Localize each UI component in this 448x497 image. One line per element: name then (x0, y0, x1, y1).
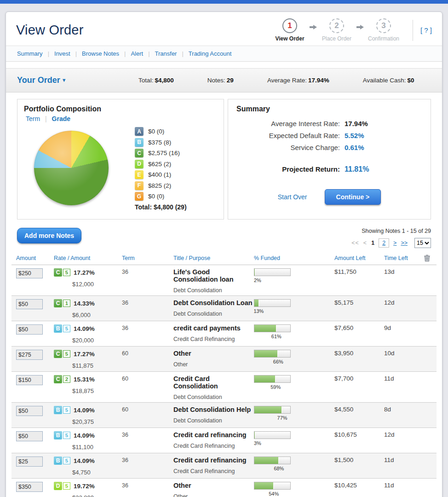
grade-badge: C (54, 350, 62, 358)
interest-rate: 14.09% (74, 407, 95, 414)
service-charge-row: Service Charge: 0.61% (236, 144, 422, 151)
nav-summary[interactable]: Summary (17, 50, 43, 57)
note-amount-input[interactable] (16, 457, 43, 467)
time-left-value: 10d (384, 350, 417, 370)
col-funded[interactable]: % Funded (254, 255, 334, 261)
term-months: 36 (122, 482, 173, 497)
note-title-link[interactable]: Debt Consolidation Help (173, 406, 254, 413)
subgrade-badge: 5 (63, 269, 70, 276)
note-purpose: Other (173, 361, 254, 368)
interest-rate: 15.31% (74, 376, 95, 383)
tab-term[interactable]: Term (26, 115, 40, 122)
term-months: 60 (122, 375, 173, 400)
tab-grade[interactable]: Grade (52, 115, 70, 122)
continue-button[interactable]: Continue > (325, 189, 381, 205)
funded-progress-bar (254, 406, 291, 414)
funded-progress-fill (254, 406, 282, 413)
note-amount-input[interactable] (16, 431, 43, 441)
note-title-link[interactable]: Credit card refinancing (173, 457, 254, 464)
funded-progress-fill (254, 432, 255, 439)
your-order-toggle[interactable]: Your Order▼ (17, 75, 67, 85)
note-amount-input[interactable] (16, 406, 43, 416)
step-arrow-icon (356, 24, 364, 31)
nav-invest[interactable]: Invest (54, 50, 70, 57)
grade-badge: B (54, 457, 62, 465)
page-size-select[interactable]: 15 (414, 238, 431, 248)
table-row: D 5 19.72% $22,800 36 Other Other 54% $1… (11, 479, 437, 497)
legend-value: $400 (1) (148, 171, 171, 178)
note-title-link[interactable]: credit card payments (173, 324, 254, 332)
legend-value: $375 (8) (148, 139, 171, 146)
delete-all-trash-icon[interactable] (417, 254, 437, 262)
note-amount-input[interactable] (16, 350, 43, 360)
legend-item: F$825 (2) (135, 181, 187, 190)
amount-left-value: $7,650 (334, 324, 384, 344)
term-months: 60 (122, 406, 173, 426)
legend-value: $625 (2) (148, 161, 171, 168)
pager-page-2[interactable]: 2 (379, 238, 389, 248)
nav-browse-notes[interactable]: Browse Notes (82, 50, 119, 57)
legend-grade-badge: A (135, 127, 144, 136)
legend-value: $0 (0) (148, 128, 164, 135)
pager-page-1: 1 (371, 240, 374, 246)
col-time-left[interactable]: Time Left (384, 255, 417, 261)
funded-progress-bar (254, 324, 291, 332)
help-link[interactable]: [ ? ] (420, 26, 432, 34)
summary-box: Summary Average Interest Rate: 17.94% Ex… (228, 99, 431, 220)
loan-amount: $20,375 (72, 418, 122, 425)
table-row: C 2 15.31% $18,875 60 Credit Card Consol… (11, 372, 437, 403)
funded-percent-label: 68% (274, 466, 284, 471)
interest-rate: 14.09% (74, 457, 95, 464)
time-left-value: 12d (384, 431, 417, 451)
note-amount-input[interactable] (16, 324, 43, 335)
time-left-value: 12d (384, 299, 417, 319)
note-title-link[interactable]: Debt Consolidation Loan (173, 299, 254, 306)
note-amount-input[interactable] (16, 299, 43, 309)
projected-return-row: Projected Return: 11.81% (236, 165, 422, 173)
time-left-value: 11d (384, 457, 417, 476)
note-title-link[interactable]: Other (173, 350, 254, 357)
nav-trading-account[interactable]: Trading Account (189, 50, 231, 57)
col-term[interactable]: Term (122, 254, 173, 261)
note-purpose: Debt Consolidation (173, 394, 254, 400)
step-view-order: 1 View Order (270, 18, 310, 42)
amount-left-value: $5,175 (334, 299, 384, 319)
col-amount-left[interactable]: Amount Left (334, 255, 384, 261)
order-summary-bar: Your Order▼ Total:$4,800 Notes:29 Averag… (6, 68, 442, 92)
pager-next[interactable]: > (393, 240, 396, 246)
term-months: 36 (122, 431, 173, 451)
grade-pie-chart (34, 131, 109, 205)
add-more-notes-button[interactable]: Add more Notes (17, 228, 81, 243)
stat-notes: Notes:29 (207, 77, 234, 84)
subgrade-badge: 5 (63, 350, 70, 358)
pager-last[interactable]: >> (401, 240, 408, 246)
notes-table-header: Amount Rate / Amount Term Title / Purpos… (11, 252, 437, 265)
col-amount[interactable]: Amount (11, 255, 54, 261)
note-amount-input[interactable] (16, 482, 43, 492)
funded-progress-bar (254, 431, 291, 439)
legend-grade-badge: D (135, 160, 144, 168)
note-amount-input[interactable] (16, 375, 43, 385)
note-amount-input[interactable] (16, 268, 43, 278)
default-rate-row: Expected Default Rate: 5.52% (236, 132, 422, 139)
funded-percent-label: 61% (271, 334, 281, 339)
start-over-link[interactable]: Start Over (278, 193, 307, 201)
col-title-purpose[interactable]: Title / Purpose (173, 255, 254, 261)
note-title-link[interactable]: Life's Good Consolidation loan (173, 268, 254, 283)
col-rate-amount[interactable]: Rate / Amount (54, 255, 122, 261)
legend-item: G$0 (0) (135, 192, 187, 201)
nav-alert[interactable]: Alert (131, 50, 143, 57)
legend-value: $0 (0) (148, 193, 164, 200)
note-title-link[interactable]: Credit Card Consolidation (173, 375, 254, 390)
grade-badge: C (54, 268, 62, 277)
interest-rate: 17.27% (74, 269, 95, 276)
legend-grade-badge: E (135, 170, 144, 179)
stat-available-cash: Available Cash:$0 (363, 77, 414, 84)
nav-transfer[interactable]: Transfer (155, 50, 177, 57)
legend-value: $825 (2) (148, 182, 171, 189)
showing-notes-text: Showing Notes 1 - 15 of 29 (351, 228, 431, 234)
funded-progress-bar (254, 299, 291, 307)
note-title-link[interactable]: Other (173, 482, 254, 489)
note-title-link[interactable]: Credit card refinancing (173, 431, 254, 439)
grade-badge: B (54, 324, 62, 333)
